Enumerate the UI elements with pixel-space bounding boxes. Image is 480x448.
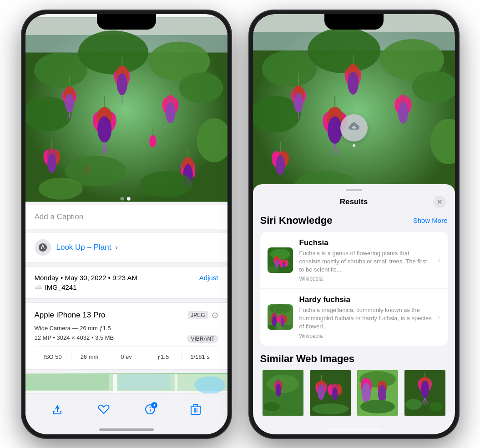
svg-point-80 <box>262 50 317 87</box>
device-name: Apple iPhone 13 Pro <box>35 311 106 320</box>
fuchsia-thumb <box>268 247 293 273</box>
svg-point-131 <box>283 266 293 272</box>
web-image-4[interactable] <box>402 370 448 416</box>
web-images-row <box>260 370 448 416</box>
svg-point-154 <box>276 384 281 397</box>
svg-point-167 <box>312 403 349 414</box>
results-panel: Results ✕ Siri Knowledge Show More <box>253 184 455 434</box>
fuchsia-source: Wikipedia <box>299 276 432 282</box>
hardy-fuchsia-info: Hardy fuchsia Fuchsia magellanica, commo… <box>299 295 432 339</box>
svg-point-3 <box>34 52 87 87</box>
exif-shutter: 1/181 s <box>182 352 218 362</box>
filename: IMG_4241 <box>45 283 77 291</box>
adjust-button[interactable]: Adjust <box>199 274 218 282</box>
siri-icon <box>35 239 51 256</box>
svg-point-171 <box>362 383 371 403</box>
svg-point-185 <box>429 402 443 411</box>
hardy-fuchsia-desc: Fuchsia magellanica, commonly known as t… <box>299 306 432 331</box>
location-icon: ⊙ <box>212 310 218 320</box>
svg-point-69 <box>150 407 151 408</box>
notch <box>97 14 156 30</box>
device-section: Apple iPhone 13 Pro JPEG ⊙ Wide Camera —… <box>25 302 227 370</box>
visual-lookup-button[interactable] <box>340 114 368 141</box>
svg-rect-60 <box>175 374 177 393</box>
svg-point-108 <box>398 102 408 124</box>
web-image-1[interactable] <box>260 370 306 416</box>
screen-1: Add a Caption Look Up – Plant › <box>25 14 227 434</box>
svg-point-51 <box>139 171 192 197</box>
svg-point-112 <box>276 155 285 175</box>
svg-rect-62 <box>25 374 109 390</box>
map-thumbnail[interactable] <box>25 373 227 393</box>
info-badge: ✦ <box>151 402 157 408</box>
svg-point-81 <box>308 28 380 73</box>
svg-point-101 <box>328 116 342 144</box>
vibrant-badge: VIBRANT <box>187 335 218 343</box>
close-button[interactable]: ✕ <box>433 196 446 208</box>
caption-placeholder: Add a Caption <box>35 212 84 221</box>
svg-point-133 <box>269 304 291 313</box>
fuchsia-name: Fuchsia <box>299 238 432 247</box>
fuchsia-chevron: › <box>438 257 440 264</box>
svg-point-90 <box>294 93 303 113</box>
svg-point-40 <box>47 153 56 172</box>
results-title: Results <box>340 197 368 206</box>
fuchsia-info: Fuchsia Fuchsia is a genus of flowering … <box>299 238 432 282</box>
notch-2 <box>324 14 384 30</box>
fuchsia-desc: Fuchsia is a genus of flowering plants t… <box>299 249 432 274</box>
svg-point-184 <box>405 399 422 410</box>
svg-point-6 <box>179 72 223 103</box>
mp-spec: 12 MP • 3024 × 4032 • 3.5 MB <box>35 334 114 341</box>
format-badge: JPEG <box>188 311 207 319</box>
svg-point-117 <box>353 126 355 129</box>
siri-knowledge-title: Siri Knowledge <box>260 215 333 227</box>
svg-point-156 <box>287 405 302 413</box>
svg-rect-73 <box>194 404 197 406</box>
date-text: Monday • May 30, 2022 • 9:23 AM <box>35 274 137 282</box>
svg-point-65 <box>194 376 225 393</box>
svg-point-180 <box>421 381 429 398</box>
similar-web-images-section: Similar Web Images <box>260 353 448 416</box>
hardy-fuchsia-thumb <box>268 304 293 330</box>
svg-point-148 <box>283 325 292 329</box>
web-image-2[interactable] <box>308 370 353 416</box>
svg-point-55 <box>42 244 43 246</box>
caption-area[interactable]: Add a Caption <box>25 205 227 229</box>
cloud-icon: ☁️ <box>35 283 42 291</box>
exif-focal: 26 mm <box>71 352 108 362</box>
svg-point-146 <box>281 318 284 327</box>
hardy-fuchsia-name: Hardy fuchsia <box>299 295 432 304</box>
delete-button[interactable] <box>191 404 201 415</box>
exif-iso: ISO 50 <box>35 352 71 362</box>
hardy-fuchsia-chevron: › <box>438 313 440 321</box>
web-image-3[interactable] <box>355 370 400 416</box>
vlu-dot <box>353 144 355 147</box>
fuchsia-item[interactable]: Fuchsia Fuchsia is a genus of flowering … <box>260 232 448 289</box>
svg-point-166 <box>332 388 338 400</box>
exif-aperture: ƒ1.5 <box>145 352 182 362</box>
favorite-button[interactable] <box>98 404 110 415</box>
exif-row: ISO 50 26 mm 0 ev ƒ1.5 1/181 s <box>35 347 218 362</box>
svg-point-47 <box>149 135 156 147</box>
hardy-fuchsia-item[interactable]: Hardy fuchsia Fuchsia magellanica, commo… <box>260 289 448 346</box>
svg-rect-63 <box>117 374 170 390</box>
hardy-fuchsia-source: Wikipedia <box>299 333 432 339</box>
photo-view[interactable] <box>25 14 227 205</box>
lookup-row[interactable]: Look Up – Plant › <box>25 233 227 262</box>
svg-point-13 <box>65 93 73 112</box>
share-button[interactable] <box>52 404 63 415</box>
lookup-text: Look Up – Plant › <box>56 243 118 252</box>
phone-1: Add a Caption Look Up – Plant › <box>22 10 231 438</box>
similar-web-images-title: Similar Web Images <box>260 353 448 365</box>
exif-ev: 0 ev <box>108 352 145 362</box>
svg-point-162 <box>318 384 325 400</box>
info-button[interactable]: ✦ <box>145 404 156 415</box>
knowledge-card: Fuchsia Fuchsia is a genus of flowering … <box>260 232 448 346</box>
show-more-button[interactable]: Show More <box>413 216 448 224</box>
svg-point-96 <box>348 72 359 95</box>
home-bar <box>99 428 154 431</box>
svg-point-53 <box>120 197 124 201</box>
results-content[interactable]: Siri Knowledge Show More <box>253 211 455 432</box>
svg-point-52 <box>38 177 82 199</box>
svg-point-155 <box>263 402 280 411</box>
